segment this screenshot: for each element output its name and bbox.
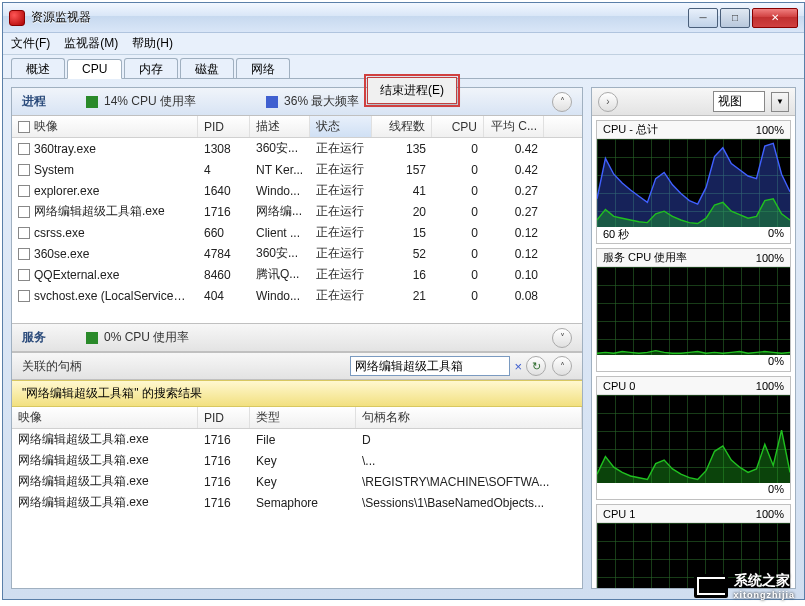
maximize-button[interactable]: □ xyxy=(720,8,750,28)
chart-max-label: 100% xyxy=(756,252,784,264)
chart-x-right: 0% xyxy=(768,227,784,243)
max-freq-label: 36% 最大频率 xyxy=(284,93,359,110)
watermark-brand: 系统之家 xyxy=(734,572,790,588)
services-usage-label: 0% CPU 使用率 xyxy=(104,329,189,346)
watermark-url: xitongzhijia xyxy=(734,590,796,600)
app-icon xyxy=(9,10,25,26)
table-row[interactable]: QQExternal.exe 8460 腾讯Q... 正在运行 16 0 0.1… xyxy=(12,264,582,285)
table-row[interactable]: 360se.exe 4784 360安... 正在运行 52 0 0.12 xyxy=(12,243,582,264)
handles-search-input[interactable] xyxy=(350,356,510,376)
context-menu-end-process[interactable]: 结束进程(E) xyxy=(367,77,457,104)
row-checkbox[interactable] xyxy=(18,227,30,239)
handles-title: 关联的句柄 xyxy=(22,358,82,375)
chart-max-label: 100% xyxy=(756,508,784,520)
chart-title-text: CPU - 总计 xyxy=(603,122,658,137)
watermark: 系统之家 xitongzhijia xyxy=(694,572,796,600)
row-checkbox[interactable] xyxy=(18,185,30,197)
table-row[interactable]: 网络编辑超级工具箱.exe 1716 Key \REGISTRY\MACHINE… xyxy=(12,471,582,492)
chart-nav-icon[interactable]: › xyxy=(598,92,618,112)
col-image[interactable]: 映像 xyxy=(34,118,58,135)
services-header[interactable]: 服务 0% CPU 使用率 ˅ xyxy=(12,324,582,352)
view-select[interactable]: 视图 xyxy=(713,91,765,112)
row-checkbox[interactable] xyxy=(18,164,30,176)
refresh-icon[interactable]: ↻ xyxy=(526,356,546,376)
row-checkbox[interactable] xyxy=(18,143,30,155)
search-results-banner: "网络编辑超级工具箱" 的搜索结果 xyxy=(12,380,582,407)
col-avg[interactable]: 平均 C... xyxy=(484,116,544,137)
tabbar: 概述 CPU 内存 磁盘 网络 xyxy=(3,55,804,79)
services-swatch-icon xyxy=(86,332,98,344)
window-title: 资源监视器 xyxy=(31,9,91,26)
menu-monitor[interactable]: 监视器(M) xyxy=(64,35,118,52)
chart-service: 服务 CPU 使用率100% 0% xyxy=(596,248,791,372)
row-checkbox[interactable] xyxy=(18,290,30,302)
minimize-button[interactable]: ─ xyxy=(688,8,718,28)
chart-x-right: 0% xyxy=(768,483,784,499)
col-pid[interactable]: PID xyxy=(198,116,250,137)
tab-memory[interactable]: 内存 xyxy=(124,58,178,78)
chart-cpu0: CPU 0100% 0% xyxy=(596,376,791,500)
table-row[interactable]: explorer.exe 1640 Windo... 正在运行 41 0 0.2… xyxy=(12,180,582,201)
col-desc[interactable]: 描述 xyxy=(250,116,310,137)
chart-max-label: 100% xyxy=(756,380,784,392)
watermark-logo-icon xyxy=(694,574,728,598)
hcol-name[interactable]: 句柄名称 xyxy=(356,407,582,428)
col-cpu[interactable]: CPU xyxy=(432,116,484,137)
services-title: 服务 xyxy=(22,329,46,346)
charts-toolbar: › 视图 ▼ xyxy=(592,88,795,116)
table-row[interactable]: 网络编辑超级工具箱.exe 1716 Key \... xyxy=(12,450,582,471)
row-checkbox[interactable] xyxy=(18,248,30,260)
cpu-usage-label: 14% CPU 使用率 xyxy=(104,93,196,110)
hcol-image[interactable]: 映像 xyxy=(12,407,198,428)
chart-x-left: 60 秒 xyxy=(603,227,629,243)
table-row[interactable]: svchost.exe (LocalServiceN... 404 Windo.… xyxy=(12,285,582,306)
table-row[interactable]: csrss.exe 660 Client ... 正在运行 15 0 0.12 xyxy=(12,222,582,243)
row-checkbox[interactable] xyxy=(18,269,30,281)
clear-search-icon[interactable]: × xyxy=(514,359,522,374)
menu-help[interactable]: 帮助(H) xyxy=(132,35,173,52)
select-all-checkbox[interactable] xyxy=(18,121,30,133)
hcol-type[interactable]: 类型 xyxy=(250,407,356,428)
tab-cpu[interactable]: CPU xyxy=(67,59,122,79)
processes-header[interactable]: 进程 14% CPU 使用率 36% 最大频率 ˄ xyxy=(12,88,582,116)
tab-disk[interactable]: 磁盘 xyxy=(180,58,234,78)
chart-title-text: CPU 0 xyxy=(603,380,635,392)
table-row[interactable]: 网络编辑超级工具箱.exe 1716 网络编... 正在运行 20 0 0.27 xyxy=(12,201,582,222)
view-dropdown-icon[interactable]: ▼ xyxy=(771,92,789,112)
collapse-handles-icon[interactable]: ˄ xyxy=(552,356,572,376)
cpu-usage-swatch-icon xyxy=(86,96,98,108)
col-status[interactable]: 状态 xyxy=(310,116,372,137)
chart-max-label: 100% xyxy=(756,124,784,136)
table-row[interactable]: System 4 NT Ker... 正在运行 157 0 0.42 xyxy=(12,159,582,180)
chart-title-text: CPU 1 xyxy=(603,508,635,520)
handles-header[interactable]: 关联的句柄 × ↻ ˄ xyxy=(12,352,582,380)
tab-overview[interactable]: 概述 xyxy=(11,58,65,78)
expand-services-icon[interactable]: ˅ xyxy=(552,328,572,348)
menu-file[interactable]: 文件(F) xyxy=(11,35,50,52)
tab-network[interactable]: 网络 xyxy=(236,58,290,78)
table-row[interactable]: 网络编辑超级工具箱.exe 1716 File D xyxy=(12,429,582,450)
chart-title-text: 服务 CPU 使用率 xyxy=(603,250,687,265)
table-row[interactable]: 360tray.exe 1308 360安... 正在运行 135 0 0.42 xyxy=(12,138,582,159)
chart-total: CPU - 总计100% 60 秒0% xyxy=(596,120,791,244)
row-checkbox[interactable] xyxy=(18,206,30,218)
processes-title: 进程 xyxy=(22,93,46,110)
hcol-pid[interactable]: PID xyxy=(198,407,250,428)
menubar: 文件(F) 监视器(M) 帮助(H) xyxy=(3,33,804,55)
max-freq-swatch-icon xyxy=(266,96,278,108)
table-row[interactable]: 网络编辑超级工具箱.exe 1716 Semaphore \Sessions\1… xyxy=(12,492,582,513)
titlebar[interactable]: 资源监视器 ─ □ ✕ xyxy=(3,3,804,33)
app-window: 资源监视器 ─ □ ✕ 文件(F) 监视器(M) 帮助(H) 概述 CPU 内存… xyxy=(2,2,805,600)
chart-x-right: 0% xyxy=(768,355,784,371)
collapse-processes-icon[interactable]: ˄ xyxy=(552,92,572,112)
close-button[interactable]: ✕ xyxy=(752,8,798,28)
processes-table: 映像 PID 描述 状态 线程数 CPU 平均 C... 360tray.exe… xyxy=(12,116,582,324)
col-threads[interactable]: 线程数 xyxy=(372,116,432,137)
